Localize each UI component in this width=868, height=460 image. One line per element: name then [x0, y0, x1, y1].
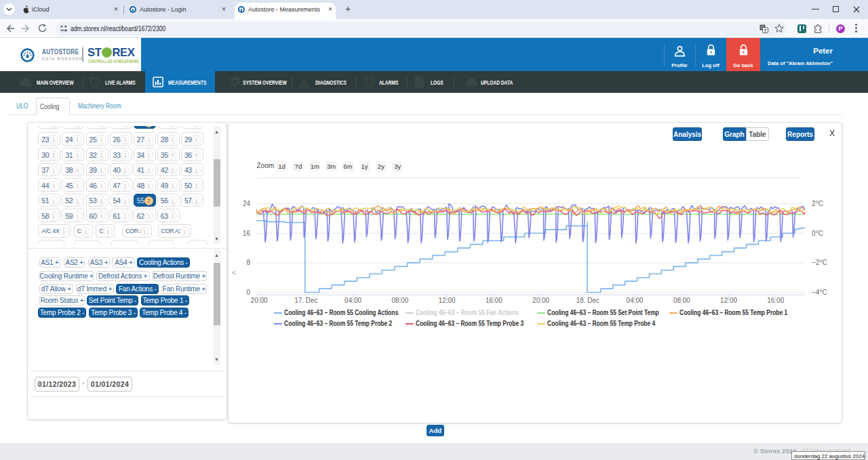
svg-text:8: 8	[246, 259, 250, 266]
svg-text:0°C: 0°C	[812, 230, 823, 237]
svg-text:2°C: 2°C	[812, 200, 823, 207]
svg-text:12:00: 12:00	[720, 297, 737, 304]
svg-text:17. Dec: 17. Dec	[294, 297, 317, 304]
svg-text:0: 0	[246, 289, 250, 296]
svg-text:16: 16	[243, 230, 251, 237]
svg-text:16:00: 16:00	[486, 297, 502, 304]
svg-text:20:00: 20:00	[532, 297, 549, 304]
svg-text:12:00: 12:00	[439, 297, 456, 304]
svg-text:18. Dec: 18. Dec	[576, 297, 599, 304]
svg-text:−4°C: −4°C	[812, 289, 827, 296]
svg-text:08:00: 08:00	[673, 297, 690, 304]
svg-text:04:00: 04:00	[344, 297, 361, 304]
svg-text:04:00: 04:00	[627, 297, 644, 304]
svg-text:20:00: 20:00	[251, 297, 268, 304]
svg-text:08:00: 08:00	[391, 297, 408, 304]
svg-text:24: 24	[243, 200, 251, 207]
svg-text:−2°C: −2°C	[812, 259, 827, 266]
svg-text:16:00: 16:00	[767, 297, 784, 304]
